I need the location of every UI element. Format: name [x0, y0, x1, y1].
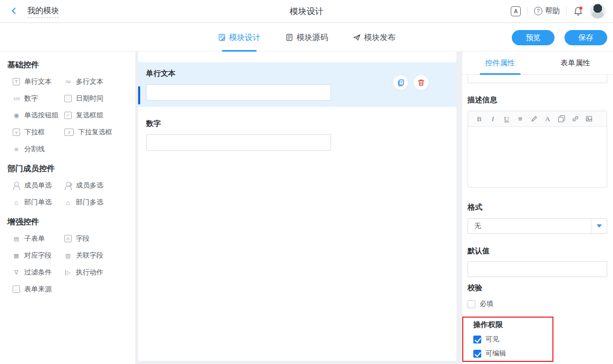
help-button[interactable]: ? 帮助: [534, 6, 560, 16]
filter-icon: [12, 268, 21, 277]
underline-icon[interactable]: U: [501, 113, 512, 125]
sidebar-item-related-field[interactable]: 关联字段: [63, 250, 115, 261]
sidebar-item-subform[interactable]: 子表单: [12, 233, 63, 244]
form-canvas: 单行文本 数字: [138, 52, 456, 361]
field-label: 数字: [146, 119, 448, 130]
design-tab-icon: [218, 33, 226, 42]
sidebar-item-filter[interactable]: 过滤条件: [12, 267, 63, 278]
sidebar-item-label: 对应字段: [24, 251, 52, 260]
tab-label: 模块设计: [229, 33, 261, 43]
sidebar-item-label: 多行文本: [76, 77, 103, 86]
preview-button[interactable]: 预览: [512, 30, 554, 45]
radio-group-icon: [12, 111, 21, 120]
tab-module-source[interactable]: 模块源码: [285, 23, 328, 52]
field-input[interactable]: [146, 84, 331, 101]
tab-module-design[interactable]: 模块设计: [218, 23, 261, 52]
tab-label: 模块发布: [364, 33, 396, 43]
publish-tab-icon: [353, 33, 361, 42]
sidebar-item-label: 数字: [24, 94, 38, 103]
select-caret-zone[interactable]: [591, 219, 607, 233]
default-value-input[interactable]: [468, 261, 607, 277]
source-tab-icon: [285, 33, 294, 42]
edit-pen-icon[interactable]: [528, 113, 540, 125]
default-value-label: 默认值: [468, 247, 607, 256]
italic-icon[interactable]: I: [487, 113, 499, 125]
sidebar-item-label: 表单来源: [24, 284, 52, 294]
sidebar-item-radio-group[interactable]: 单选按钮组: [12, 110, 63, 121]
divider: [527, 7, 528, 15]
sidebar-item-datetime[interactable]: 日期时间: [63, 93, 115, 104]
field-actions: [393, 75, 429, 90]
editable-checkbox[interactable]: [473, 350, 481, 358]
editable-checkbox-row[interactable]: 可编辑: [473, 349, 552, 358]
sidebar-item-divider-line[interactable]: 分割线: [12, 144, 63, 154]
format-label: 格式: [468, 203, 607, 212]
notification-bell-icon[interactable]: [573, 6, 583, 16]
scrolled-input-partial[interactable]: [468, 75, 607, 83]
field-input[interactable]: [146, 134, 331, 151]
sidebar-item-label: 字段: [76, 234, 90, 243]
permissions-label: 操作权限: [473, 320, 552, 330]
sidebar-item-dept-multi[interactable]: 部门多选: [63, 197, 115, 208]
description-textarea[interactable]: [468, 127, 607, 187]
sidebar-item-label: 分割线: [24, 144, 45, 154]
form-source-icon: [13, 286, 20, 293]
help-icon: ?: [534, 7, 542, 15]
sidebar-item-form-source[interactable]: 表单来源: [12, 284, 63, 294]
sidebar-item-label: 成员多选: [76, 181, 103, 190]
translate-icon[interactable]: A: [511, 6, 521, 16]
sidebar-item-label: 部门多选: [76, 198, 103, 207]
canvas-field-number[interactable]: 数字: [138, 112, 456, 157]
image-icon[interactable]: [583, 113, 595, 125]
tab-bar: 模块设计 模块源码 模块发布 预览 保存: [0, 23, 613, 52]
sidebar-item-dept-single[interactable]: 部门单选: [12, 197, 63, 208]
visible-checkbox[interactable]: [473, 336, 481, 343]
required-checkbox[interactable]: [468, 300, 475, 308]
required-checkbox-row[interactable]: 必填: [468, 299, 607, 309]
properties-panel: 控件属性 表单属性 描述信息 B I U ≡ A 格式: [462, 52, 613, 364]
sidebar-group-title: 基础控件: [0, 52, 135, 72]
copy-field-button[interactable]: [393, 75, 408, 90]
tab-module-publish[interactable]: 模块发布: [353, 23, 396, 52]
sidebar-item-multi-line-text[interactable]: 多行文本: [63, 76, 115, 87]
sidebar-item-single-line-text[interactable]: 单行文本: [12, 76, 63, 87]
rich-text-editor: B I U ≡ A: [468, 111, 607, 188]
link-icon[interactable]: [569, 113, 581, 125]
align-icon[interactable]: ≡: [514, 113, 526, 125]
sidebar-item-checkbox-group[interactable]: 复选框组: [63, 110, 115, 121]
tab-label: 模块源码: [297, 33, 328, 43]
canvas-field-single-line-text[interactable]: 单行文本: [138, 62, 456, 107]
topbar-actions: A ? 帮助: [511, 0, 606, 22]
mapped-field-icon: [12, 251, 21, 260]
number-icon: [12, 94, 21, 103]
sidebar-group-title: 增强控件: [0, 209, 135, 229]
font-style-icon[interactable]: A: [542, 113, 553, 125]
delete-field-button[interactable]: [414, 75, 429, 90]
dept-single-icon: [12, 198, 21, 207]
sidebar-item-mapped-field[interactable]: 对应字段: [12, 250, 63, 261]
bold-icon[interactable]: B: [473, 113, 485, 125]
sidebar-item-label: 复选框组: [76, 111, 103, 120]
sidebar-item-field[interactable]: 字段: [63, 233, 115, 244]
checkbox-group-icon: [64, 112, 72, 119]
avatar[interactable]: [590, 3, 606, 19]
sidebar-item-label: 部门单选: [24, 198, 52, 207]
visible-checkbox-row[interactable]: 可见: [473, 335, 552, 344]
sidebar-item-multi-select[interactable]: 下拉复选框: [63, 127, 115, 137]
tab-form-properties[interactable]: 表单属性: [538, 52, 613, 74]
datetime-icon: [64, 95, 72, 102]
copy-icon[interactable]: [556, 113, 567, 125]
tab-widget-properties[interactable]: 控件属性: [462, 52, 538, 74]
sidebar-item-select[interactable]: 下拉框: [12, 127, 63, 137]
member-multi-icon: [63, 181, 73, 190]
sidebar-item-number[interactable]: 数字: [12, 93, 63, 104]
sidebar-item-member-multi[interactable]: 成员多选: [63, 180, 115, 191]
editable-label: 可编辑: [485, 349, 506, 358]
divider: [566, 7, 567, 15]
widget-sidebar: 基础控件 单行文本 多行文本 数字 日期时间 单选按钮组 复选框组 下拉框 下拉…: [0, 52, 136, 364]
sidebar-item-action[interactable]: 执行动作: [63, 267, 115, 278]
sidebar-item-label: 下拉复选框: [78, 127, 112, 137]
sidebar-item-member-single[interactable]: 成员单选: [12, 180, 63, 191]
save-button[interactable]: 保存: [565, 30, 607, 45]
format-select[interactable]: 无: [468, 218, 607, 234]
